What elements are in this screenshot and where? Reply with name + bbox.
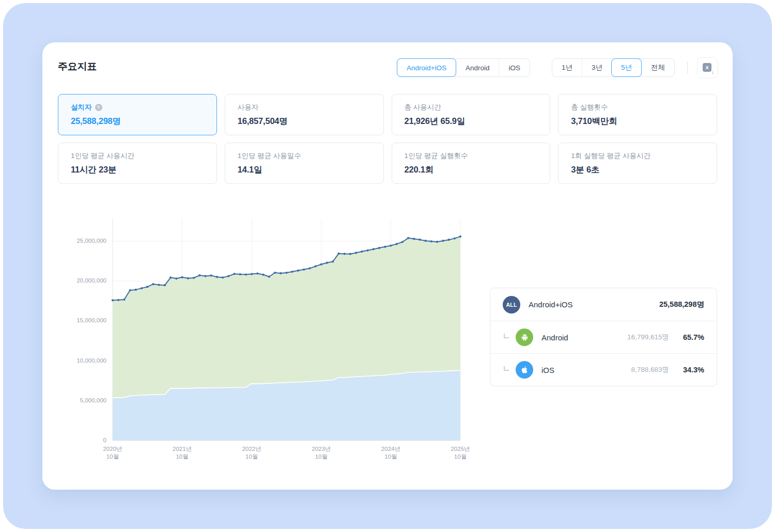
y-axis-tick-label: 20,000,000: [67, 277, 106, 284]
stat-card-value: 14.1일: [238, 164, 371, 176]
metrics-panel: 주요지표 Android+iOS Android iOS 1년 3년 5년 전체…: [42, 42, 733, 490]
legend-row-all: ALL Android+iOS 25,588,298명: [490, 288, 717, 321]
excel-download-icon: x ↓: [703, 63, 713, 73]
x-axis-tick-label: 2025년10월: [442, 445, 478, 461]
stat-card-label: 총 실행횟수: [571, 103, 608, 112]
app-background: 주요지표 Android+iOS Android iOS 1년 3년 5년 전체…: [3, 3, 772, 529]
stat-card-avg-usage-time[interactable]: 1인당 평균 사용시간 11시간 23분: [58, 143, 217, 184]
legend-total-value: 25,588,298명: [659, 300, 704, 309]
tab-ios[interactable]: iOS: [499, 59, 530, 76]
stat-card-value: 11시간 23분: [71, 164, 204, 176]
legend-name: Android: [541, 333, 627, 342]
range-tabs: 1년 3년 5년 전체: [552, 58, 675, 77]
stat-card-label: 1인당 평균 실행횟수: [405, 151, 468, 161]
legend-count: 8,788,683명: [631, 365, 669, 374]
legend-percent: 65.7%: [680, 333, 704, 341]
stat-card-label: 1회 실행당 평균 사용시간: [571, 151, 650, 161]
tab-all[interactable]: 전체: [641, 59, 674, 76]
stat-card-value: 25,588,298명: [71, 116, 204, 127]
header-divider: [687, 61, 688, 74]
stat-card-value: 21,926년 65.9일: [405, 116, 538, 127]
stat-card-avg-time-per-launch[interactable]: 1회 실행당 평균 사용시간 3분 6초: [558, 143, 717, 184]
apple-icon: [516, 361, 533, 379]
legend-name: iOS: [541, 366, 631, 374]
stat-card-label: 1인당 평균 사용시간: [71, 151, 134, 161]
stat-card-label: 1인당 평균 사용일수: [238, 151, 301, 161]
stat-card-label: 총 사용시간: [405, 103, 441, 112]
installs-trend-chart[interactable]: 05,000,00010,000,00015,000,00020,000,000…: [67, 214, 475, 462]
android-icon: [516, 328, 533, 346]
stat-card-value: 3,710백만회: [571, 116, 704, 127]
all-badge: ALL: [503, 296, 520, 314]
x-axis-tick-label: 2024년10월: [373, 445, 409, 461]
stat-card-value: 3분 6초: [571, 164, 704, 176]
y-axis-tick-label: 5,000,000: [67, 397, 106, 403]
stat-card-total-usage-time[interactable]: 총 사용시간 21,926년 65.9일: [392, 94, 551, 135]
x-axis-tick-label: 2020년10월: [95, 445, 131, 461]
y-axis-tick-label: 25,000,000: [67, 238, 106, 244]
stat-card-value: 220.1회: [405, 164, 538, 176]
tab-android[interactable]: Android: [456, 59, 499, 76]
tab-android-ios[interactable]: Android+iOS: [397, 58, 456, 77]
stat-card-total-launches[interactable]: 총 실행횟수 3,710백만회: [558, 94, 717, 135]
chart-legend: ALL Android+iOS 25,588,298명: [490, 288, 717, 386]
stat-card-label: 설치자: [71, 103, 92, 112]
tab-3year[interactable]: 3년: [582, 59, 612, 76]
x-axis-tick-label: 2023년10월: [303, 445, 339, 461]
tab-5year[interactable]: 5년: [611, 58, 642, 77]
stat-card-users[interactable]: 사용자 16,857,504명: [225, 94, 384, 135]
legend-count: 16,799,615명: [627, 333, 669, 342]
help-icon[interactable]: ?: [95, 104, 102, 111]
tree-elbow-icon: [504, 366, 509, 371]
chart-canvas: [67, 214, 468, 462]
stat-card-label: 사용자: [238, 103, 259, 112]
stat-cards: 설치자? 25,588,298명 사용자 16,857,504명 총 사용시간 …: [58, 94, 717, 184]
stat-card-avg-usage-days[interactable]: 1인당 평균 사용일수 14.1일: [225, 143, 384, 184]
y-axis-tick-label: 15,000,000: [67, 317, 106, 323]
x-axis-tick-label: 2022년10월: [234, 445, 270, 461]
legend-name: Android+iOS: [529, 300, 659, 309]
export-button[interactable]: x ↓: [697, 57, 718, 79]
stat-card-installs[interactable]: 설치자? 25,588,298명: [58, 94, 217, 135]
tree-elbow-icon: [504, 334, 509, 338]
stat-card-avg-launches[interactable]: 1인당 평균 실행횟수 220.1회: [392, 143, 551, 184]
y-axis-tick-label: 10,000,000: [67, 357, 106, 364]
tab-1year[interactable]: 1년: [552, 59, 582, 76]
stat-card-value: 16,857,504명: [238, 116, 371, 127]
page-title: 주요지표: [58, 60, 97, 73]
x-axis-tick-label: 2021년10월: [164, 445, 200, 461]
platform-tabs: Android+iOS Android iOS: [397, 58, 530, 77]
y-axis-tick-label: 0: [67, 437, 106, 443]
legend-row-ios: iOS 8,788,683명 34.3%: [490, 353, 717, 386]
legend-row-android: Android 16,799,615명 65.7%: [490, 321, 717, 353]
legend-percent: 34.3%: [680, 366, 704, 374]
